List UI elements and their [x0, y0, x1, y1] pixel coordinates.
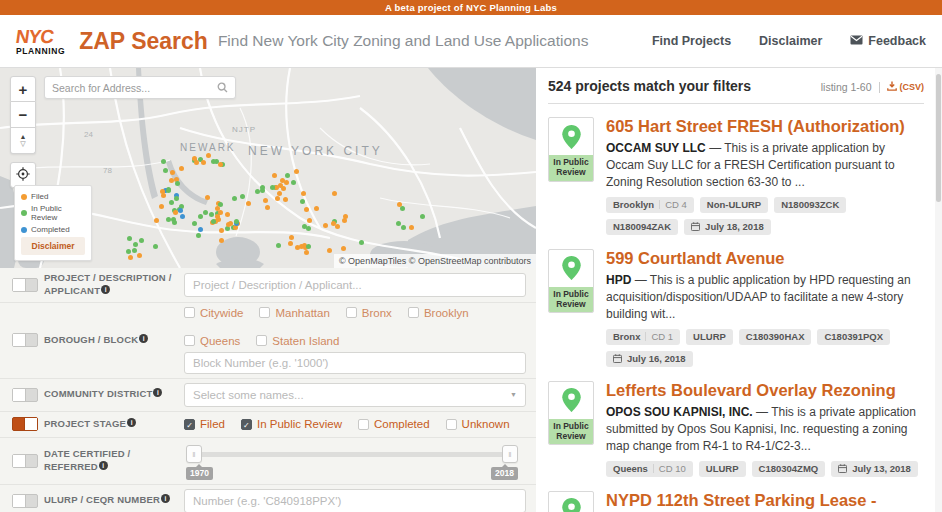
divider	[548, 103, 924, 104]
community-district-toggle[interactable]	[12, 388, 38, 402]
legend-item-in-public-review: In Public Review	[21, 204, 85, 222]
toggle-thumb	[13, 495, 26, 507]
in-public-review-dot-icon	[21, 210, 27, 216]
info-icon[interactable]: i	[139, 334, 148, 343]
checkbox-citywide[interactable]: Citywide	[184, 307, 243, 319]
checkbox-queens[interactable]: Queens	[184, 335, 240, 347]
logo-planning-text: PLANNING	[16, 47, 65, 56]
results-panel: 524 projects match your filters listing …	[536, 68, 942, 512]
checkbox-completed[interactable]: Completed	[358, 418, 430, 430]
ulurp-tag: Non-ULURP	[700, 197, 768, 213]
calendar-icon	[838, 464, 847, 473]
checkbox-icon	[259, 307, 270, 318]
project-title[interactable]: Lefferts Boulevard Overlay Rezoning	[606, 381, 924, 401]
nyc-planning-logo[interactable]: NYC PLANNING	[16, 27, 65, 56]
envelope-icon	[850, 34, 863, 48]
map-compass-button[interactable]: ▲ ▽	[10, 128, 36, 154]
map-zoom-out-button[interactable]: −	[10, 102, 36, 128]
application-number-tag: C180304ZMQ	[752, 461, 826, 477]
slider-track[interactable]	[188, 452, 516, 457]
block-number-input[interactable]	[184, 352, 526, 374]
date-certified-label: DATE CERTIFIED / REFERREDi	[44, 448, 184, 474]
project-search-input[interactable]	[184, 273, 526, 297]
ulurp-number-input[interactable]	[184, 489, 526, 512]
ulurp-number-toggle[interactable]	[12, 494, 38, 508]
csv-download-link[interactable]: (CSV)	[887, 81, 925, 93]
address-search-box	[44, 76, 236, 99]
applicant-name: OPOS SOU KAPNISI, INC.	[606, 405, 753, 419]
filed-dot-icon	[21, 194, 27, 200]
checkbox-icon	[184, 307, 195, 318]
beta-banner: A beta project of NYC Planning Labs	[0, 0, 942, 15]
project-stage-label: PROJECT STAGEi	[44, 418, 184, 431]
checkbox-icon	[358, 419, 369, 430]
applicant-name: OCCAM SUY LLC	[606, 141, 706, 155]
slider-handle-max[interactable]: ‖	[502, 445, 518, 463]
toggle-thumb	[24, 418, 37, 430]
locate-icon	[16, 167, 30, 184]
project-title[interactable]: 605 Hart Street FRESH (Authorization)	[606, 117, 924, 137]
checkbox-unknown[interactable]: Unknown	[446, 418, 510, 430]
checkbox-in-public-review[interactable]: In Public Review	[241, 418, 342, 430]
date-certified-toggle[interactable]	[12, 454, 38, 468]
page-scrollbar[interactable]	[935, 68, 942, 512]
map-canvas[interactable]: NEW YORK CITY NEWARK NJTP 24 78 + − ▲ ▽	[0, 68, 536, 268]
slider-handle-min[interactable]: ‖	[186, 445, 202, 463]
checkbox-staten-island[interactable]: Staten Island	[256, 335, 339, 347]
checkbox-filed[interactable]: Filed	[184, 418, 225, 430]
info-icon[interactable]: i	[99, 461, 108, 470]
application-number-tag: N180094ZAK	[606, 219, 678, 235]
project-card: In Public Review 599 Courtlandt Avenue H…	[548, 249, 924, 367]
filter-row-ulurp-number: ULURP / CEQR NUMBERi	[0, 485, 536, 512]
nav-feedback[interactable]: Feedback	[850, 34, 926, 48]
info-icon[interactable]: i	[127, 418, 136, 427]
calendar-icon	[613, 354, 622, 363]
address-search-input[interactable]	[52, 82, 217, 94]
ulurp-tag: ULURP	[699, 461, 746, 477]
project-status-icon[interactable]: In Public Review	[548, 381, 594, 477]
map-zoom-in-button[interactable]: +	[10, 76, 36, 102]
download-icon	[887, 81, 897, 93]
community-district-select[interactable]: Select some names... ▼	[184, 383, 526, 407]
project-title[interactable]: 599 Courtlandt Avenue	[606, 249, 924, 269]
search-icon	[217, 79, 228, 97]
info-icon[interactable]: i	[101, 285, 110, 294]
checkbox-bronx[interactable]: Bronx	[346, 307, 392, 319]
toggle-thumb	[13, 279, 26, 291]
project-stage-toggle[interactable]	[12, 417, 38, 431]
scrollbar-thumb[interactable]	[936, 74, 941, 202]
project-tags: BronxCD 1 ULURP C180390HAX C180391PQX Ju…	[606, 329, 924, 367]
checkbox-icon	[408, 307, 419, 318]
checkbox-icon	[241, 419, 252, 430]
project-status-icon[interactable]: In Public Review	[548, 249, 594, 367]
info-icon[interactable]: i	[161, 494, 170, 503]
date-tag: July 18, 2018	[684, 219, 771, 235]
toggle-thumb	[13, 334, 26, 346]
nav-disclaimer[interactable]: Disclaimer	[759, 34, 822, 48]
checkbox-icon	[184, 335, 195, 346]
project-filter-toggle[interactable]	[12, 278, 38, 292]
project-card: In Public Review 605 Hart Street FRESH (…	[548, 117, 924, 235]
info-icon[interactable]: i	[153, 388, 162, 397]
app-subtitle: Find New York City Zoning and Land Use A…	[218, 32, 589, 50]
checkbox-brooklyn[interactable]: Brooklyn	[408, 307, 469, 319]
project-tags: BrooklynCD 4 Non-ULURP N180093ZCK N18009…	[606, 197, 924, 235]
map-attribution[interactable]: © OpenMapTiles © OpenStreetMap contribut…	[334, 254, 536, 268]
project-status-icon[interactable]: In Public Review	[548, 117, 594, 235]
map-pin-icon	[549, 118, 593, 155]
nav-find-projects[interactable]: Find Projects	[652, 34, 731, 48]
chevron-down-icon: ▼	[510, 391, 517, 398]
logo-nyc-text: NYC	[15, 27, 67, 46]
app-title[interactable]: ZAP Search	[79, 28, 208, 55]
filter-row-project-stage: PROJECT STAGEi Filed In Public Review Co…	[0, 412, 536, 438]
filter-row-borough: BOROUGH / BLOCKi Citywide Manhattan Bron…	[0, 303, 536, 379]
checkbox-icon	[256, 335, 267, 346]
project-status-icon[interactable]: In Public Review	[548, 491, 594, 512]
app-header: NYC PLANNING ZAP Search Find New York Ci…	[0, 15, 942, 68]
project-title[interactable]: NYPD 112th Street Parking Lease - Colleg…	[606, 491, 924, 512]
filter-row-project: PROJECT / DESCRIPTION / APPLICANTi	[0, 268, 536, 303]
checkbox-manhattan[interactable]: Manhattan	[259, 307, 329, 319]
date-tag: July 16, 2018	[606, 351, 693, 367]
legend-disclaimer-button[interactable]: Disclaimer	[21, 237, 85, 255]
borough-filter-toggle[interactable]	[12, 333, 38, 347]
